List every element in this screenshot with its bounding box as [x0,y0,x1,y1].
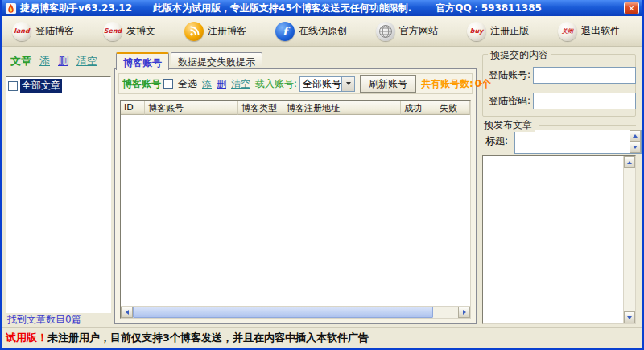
f-icon-text: f [283,25,287,38]
chevron-down-icon [627,316,632,319]
account-clear-link[interactable]: 清空 [231,77,250,91]
submission-panel: 预提交的内容 登陆账号: 登陆密码: 预发布文章 标题: [481,47,639,327]
accounts-toolbar-title: 博客账号 [122,77,161,91]
select-all-checkbox[interactable] [163,79,173,89]
article-title-label: 标题: [482,134,514,148]
content-scroll-up-button[interactable] [624,156,635,168]
article-title-input-wrap [514,130,642,154]
login-account-input[interactable] [533,67,636,84]
status-bar: 试用版！ 未注册用户，目前仅支持3个博客发送，并且在内容中插入本软件广告 [2,327,642,348]
chevron-down-icon [346,82,351,85]
pre-submit-group-title: 预提交的内容 [488,48,551,62]
dropdown-arrow-button[interactable] [341,77,354,91]
column-header-type[interactable]: 博客类型 [238,101,283,115]
window-title: 捷易博客助手v63.23.12 [20,2,132,15]
pseudo-original-button[interactable]: f 在线伪原创 [275,22,347,41]
accounts-table-body[interactable] [121,115,470,306]
login-account-row: 登陆账号: [484,67,636,84]
article-title-row: 标题: [482,130,642,154]
column-header-success[interactable]: 成功 [401,101,436,115]
center-panel: 博客账号 数据提交失败提示 博客账号 全选 添 删 清空 载入账号: 全部账号 [114,47,478,327]
column-header-id[interactable]: ID [121,101,145,115]
app-flame-icon [5,2,17,14]
column-header-register-url[interactable]: 博客注册地址 [283,101,401,115]
accounts-toolbar: 博客账号 全选 添 删 清空 载入账号: 全部账号 刷新账号 共有账号数: 0个 [118,73,473,94]
send-icon-text: Send [104,27,122,35]
blog-accounts-tab-page: 博客账号 全选 添 删 清空 载入账号: 全部账号 刷新账号 共有账号数: 0个 [114,68,477,324]
title-scroll-down-button[interactable] [630,142,641,153]
title-bar: 捷易博客助手v63.23.12 此版本为试用版，专业版支持45个博客发送无任何功… [2,0,642,16]
login-password-label: 登陆密码: [484,94,530,108]
chevron-right-icon [463,310,466,315]
account-delete-link[interactable]: 删 [217,77,226,91]
tab-blog-accounts[interactable]: 博客账号 [116,52,169,70]
send-ball-icon: Send [103,22,122,41]
content-scroll-down-button[interactable] [624,311,635,323]
official-site-button[interactable]: 官方网站 [376,22,438,41]
chevron-down-icon [633,146,638,149]
refresh-accounts-button[interactable]: 刷新账号 [360,75,416,93]
login-password-input[interactable] [533,93,636,109]
scroll-right-button[interactable] [458,307,470,318]
exit-app-button[interactable]: 关闭 退出软件 [558,22,620,41]
close-ball-icon: 关闭 [558,22,577,41]
register-blog-label: 注册博客 [208,24,246,38]
login-password-row: 登陆密码: [484,93,636,109]
buy-genuine-label: 注册正版 [490,24,529,38]
tab-submit-failure-tips[interactable]: 数据提交失败提示 [171,52,262,69]
exit-app-label: 退出软件 [581,24,620,38]
rss-ball-icon [184,22,204,41]
register-blog-button[interactable]: 注册博客 [184,22,246,41]
buy-ball-icon: buy [467,22,486,41]
close-icon-text: 关闭 [562,27,573,35]
title-notice: 此版本为试用版，专业版支持45个博客发送无任何功能限制. [153,2,411,15]
column-header-failure[interactable]: 失败 [436,101,470,115]
column-header-account[interactable]: 博客账号 [145,101,238,115]
article-panel-title: 文章 [10,54,31,68]
account-filter-value: 全部账号 [300,77,341,91]
land-icon-text: land [14,27,30,35]
tree-item-all-articles[interactable]: 全部文章 [6,77,110,94]
article-title-input[interactable] [515,130,630,153]
official-site-label: 官方网站 [399,24,438,38]
tab-submit-failure-tips-label: 数据提交失败提示 [178,56,255,68]
article-count-status: 找到文章数目0篇 [7,313,81,327]
article-delete-link[interactable]: 删 [58,54,68,68]
facebook-ball-icon: f [275,22,295,41]
status-message: 未注册用户，目前仅支持3个博客发送，并且在内容中插入本软件广告 [47,331,369,345]
content-vertical-scrollbar[interactable] [623,156,635,323]
horizontal-scroll-track[interactable] [433,307,458,318]
all-articles-checkbox[interactable] [8,81,18,91]
title-scrollbar [630,130,641,153]
article-clear-link[interactable]: 清空 [76,54,97,68]
close-button[interactable]: ✕ [624,2,639,14]
title-scroll-up-button[interactable] [630,130,641,142]
tab-strip: 博客账号 数据提交失败提示 [114,47,478,69]
buy-genuine-button[interactable]: buy 注册正版 [467,22,529,41]
post-blog-button[interactable]: Send 发博文 [103,22,155,41]
pseudo-original-label: 在线伪原创 [299,24,347,38]
all-articles-label[interactable]: 全部文章 [20,79,62,93]
login-blog-label: 登陆博客 [35,24,74,38]
title-qq: 官方QQ：593811385 [436,2,624,15]
article-content-wrap [482,155,636,324]
trial-version-label: 试用版！ [6,331,47,345]
account-count-label: 共有账号数: [421,77,473,91]
table-horizontal-scrollbar[interactable] [121,306,470,318]
tab-blog-accounts-label: 博客账号 [123,57,162,68]
article-content-input[interactable] [483,156,623,323]
accounts-table-header: ID 博客账号 博客类型 博客注册地址 成功 失败 [121,101,470,115]
main-toolbar: land 登陆博客 Send 发博文 注册博客 f 在线伪原创 [2,16,642,47]
pre-publish-group-title: 预发布文章 [484,118,535,132]
horizontal-scroll-thumb[interactable] [133,307,433,318]
login-blog-button[interactable]: land 登陆博客 [12,22,74,41]
account-add-link[interactable]: 添 [202,77,212,91]
select-all-label[interactable]: 全选 [178,77,197,91]
account-filter-dropdown[interactable]: 全部账号 [299,76,355,92]
article-add-link[interactable]: 添 [39,54,50,68]
globe-icon [376,22,395,41]
article-tree[interactable]: 全部文章 [6,76,111,313]
chevron-left-icon [126,310,129,315]
article-panel: 文章 添 删 清空 全部文章 找到文章数目0篇 [2,47,114,327]
scroll-left-button[interactable] [121,307,133,318]
